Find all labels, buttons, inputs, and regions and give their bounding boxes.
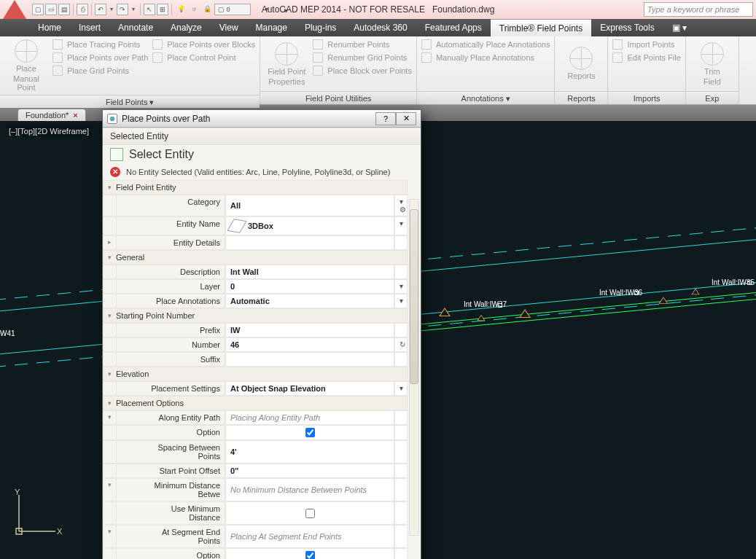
bulb-icon[interactable]: 💡 bbox=[175, 4, 187, 15]
cursor-icon[interactable]: ↖ bbox=[144, 4, 155, 15]
ribbon-panel-title[interactable]: Imports bbox=[608, 91, 685, 104]
undo-icon[interactable]: ↶ bbox=[95, 4, 106, 15]
ribbon-item[interactable]: Place Points over Blocks bbox=[152, 39, 255, 50]
property-value[interactable]: All bbox=[225, 195, 394, 216]
ribbon-item[interactable]: Place Points over Path bbox=[52, 52, 148, 63]
property-value[interactable]: 0" bbox=[225, 464, 394, 478]
ribbon-item[interactable]: Place Grid Points bbox=[52, 66, 148, 76]
property-value[interactable]: Automatic bbox=[225, 294, 394, 308]
expand-icon[interactable]: ▾ bbox=[103, 478, 116, 501]
property-section: ▾ Field Point Entity bbox=[103, 180, 408, 195]
property-action-icon[interactable]: ▾ bbox=[394, 279, 408, 294]
property-value[interactable]: At Object Snap Elevation bbox=[225, 381, 394, 396]
close-tab-icon[interactable]: × bbox=[73, 111, 77, 120]
property-value[interactable]: 3DBox bbox=[225, 216, 394, 235]
ribbon-big-button[interactable]: Reports bbox=[559, 39, 603, 88]
help-button[interactable]: ? bbox=[375, 112, 396, 125]
property-label: Option bbox=[116, 425, 225, 440]
sun-icon[interactable]: ☼ bbox=[188, 4, 200, 15]
property-value[interactable] bbox=[225, 501, 394, 525]
ribbon-tab[interactable]: Trimble® Field Points bbox=[491, 19, 591, 36]
scrollbar-thumb[interactable] bbox=[410, 209, 418, 384]
ribbon-panel-title[interactable]: Field Point Utilities bbox=[260, 91, 416, 104]
new-icon[interactable]: ▢ bbox=[32, 4, 44, 15]
ribbon-tab[interactable]: Manage bbox=[247, 19, 296, 36]
window-title: AutoCAD MEP 2014 - NOT FOR RESALE Founda… bbox=[262, 4, 495, 15]
property-action-icon[interactable]: ▾ bbox=[394, 381, 408, 396]
property-checkbox[interactable] bbox=[305, 428, 315, 437]
expand-icon[interactable]: ▸ bbox=[103, 235, 116, 250]
ribbon-tab[interactable]: Express Tools bbox=[591, 19, 663, 36]
ribbon-big-button[interactable]: PlaceManual Point bbox=[4, 39, 48, 92]
property-action-icon[interactable]: ▾ bbox=[394, 216, 408, 235]
property-checkbox[interactable] bbox=[305, 551, 315, 559]
ribbon-tab[interactable]: Autodesk 360 bbox=[345, 19, 416, 36]
ribbon-item-icon bbox=[612, 39, 623, 50]
ribbon-item[interactable]: Renumber Grid Points bbox=[313, 52, 412, 63]
lock-icon[interactable]: 🔒 bbox=[201, 4, 213, 15]
target-icon bbox=[569, 47, 593, 70]
ribbon-tab[interactable]: Plug-ins bbox=[296, 19, 345, 36]
ribbon-item[interactable]: Renumber Points bbox=[313, 39, 412, 50]
ribbon-tab[interactable]: View bbox=[211, 19, 247, 36]
open-icon[interactable]: ▭ bbox=[45, 4, 57, 15]
property-checkbox[interactable] bbox=[305, 509, 315, 518]
layer-swatch[interactable]: ▢ 0 bbox=[214, 4, 251, 15]
property-grid: ▾ Field Point EntityCategoryAll▾ ⚙Entity… bbox=[103, 180, 408, 559]
property-value[interactable] bbox=[225, 352, 394, 367]
help-search[interactable]: Type a keyword or phrase bbox=[644, 2, 753, 17]
property-value[interactable]: Int Wall bbox=[225, 265, 394, 279]
ribbon-item[interactable]: Place Tracing Points bbox=[52, 39, 148, 50]
property-label: Layer bbox=[116, 279, 225, 294]
ribbon-item[interactable]: Manually Place Annotations bbox=[421, 52, 550, 63]
document-tab[interactable]: Foundation* × bbox=[17, 109, 86, 121]
undo-dropdown[interactable]: ▾ bbox=[108, 4, 115, 15]
selected-entity-header: Selected Entity bbox=[103, 128, 421, 145]
property-value[interactable]: 46 bbox=[225, 337, 394, 352]
pin-icon[interactable]: ⊞ bbox=[157, 4, 168, 15]
property-action-icon[interactable]: ▾ ⚙ bbox=[394, 195, 408, 216]
print-icon[interactable]: ⎙ bbox=[77, 4, 88, 15]
redo-icon[interactable]: ↷ bbox=[117, 4, 128, 15]
ribbon-overflow[interactable]: ▣ ▾ bbox=[672, 19, 687, 36]
property-value[interactable]: IW bbox=[225, 323, 394, 337]
property-value[interactable] bbox=[225, 235, 394, 250]
property-value[interactable] bbox=[225, 425, 394, 440]
ribbon-tab[interactable]: Analyze bbox=[162, 19, 211, 36]
ribbon-item[interactable]: Automatically Place Annotations bbox=[421, 39, 550, 50]
property-value[interactable]: 4' bbox=[225, 440, 394, 464]
property-action-icon[interactable]: ↻ bbox=[394, 337, 408, 352]
ribbon-tab[interactable]: Featured Apps bbox=[416, 19, 491, 36]
property-label: Place Annotations bbox=[116, 294, 225, 308]
ribbon-panel-title[interactable]: Exp bbox=[686, 91, 739, 104]
ribbon-tab[interactable]: Home bbox=[29, 19, 70, 36]
property-value[interactable] bbox=[225, 548, 394, 559]
ribbon-item[interactable]: Place Block over Points bbox=[313, 66, 412, 76]
redo-dropdown[interactable]: ▾ bbox=[130, 4, 137, 15]
ribbon-tab[interactable]: Insert bbox=[70, 19, 109, 36]
property-section: ▾ General bbox=[103, 250, 408, 265]
save-icon[interactable]: ▤ bbox=[58, 4, 70, 15]
app-logo[interactable] bbox=[3, 0, 26, 19]
ribbon-big-button[interactable]: TrimField bbox=[690, 39, 734, 88]
property-action-icon[interactable]: ▾ bbox=[394, 294, 408, 308]
expand-icon[interactable]: ▾ bbox=[103, 410, 116, 425]
dialog-titlebar[interactable]: Place Points over Path ? ✕ bbox=[103, 110, 421, 128]
select-entity-icon[interactable] bbox=[110, 148, 123, 161]
view-label[interactable]: [–][Top][2D Wireframe] bbox=[6, 125, 92, 137]
property-label: Along Entity Path bbox=[116, 410, 225, 425]
property-label: Entity Details bbox=[116, 235, 225, 250]
ribbon-big-button[interactable]: Field PointProperties bbox=[265, 39, 308, 88]
ribbon-panel-title[interactable]: Annotations ▾ bbox=[417, 91, 555, 104]
ribbon-tab[interactable]: Annotate bbox=[109, 19, 162, 36]
ribbon-item[interactable]: Place Control Point bbox=[152, 52, 255, 63]
property-value[interactable]: 0 bbox=[225, 279, 394, 294]
ribbon-panel-title[interactable]: Field Points ▾ bbox=[0, 95, 260, 108]
expand-icon[interactable]: ▾ bbox=[103, 525, 116, 548]
property-label: Use Minimum Distance bbox=[116, 501, 225, 525]
ribbon-item[interactable]: Import Points bbox=[612, 39, 680, 50]
close-button[interactable]: ✕ bbox=[396, 112, 416, 125]
select-entity-link[interactable]: Select Entity bbox=[129, 148, 194, 161]
ribbon-item[interactable]: Edit Points File bbox=[612, 52, 680, 63]
ribbon-panel-title[interactable]: Reports bbox=[555, 91, 607, 104]
